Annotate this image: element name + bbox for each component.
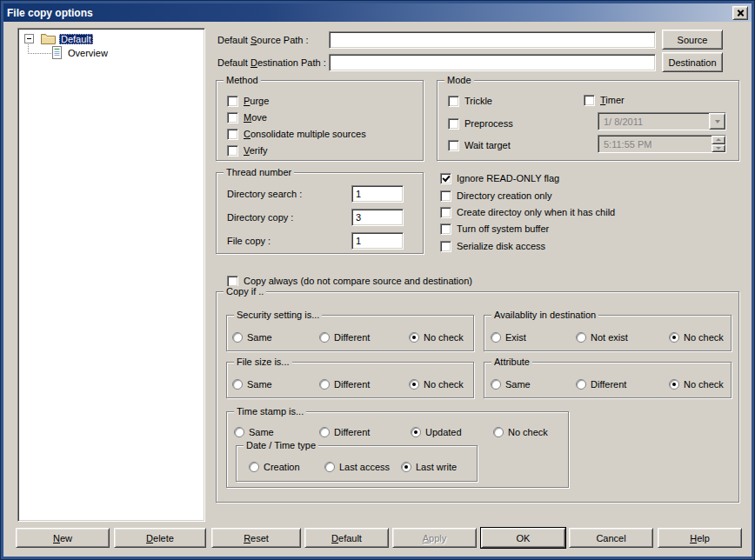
titlebar[interactable]: File copy options	[3, 3, 752, 22]
timer-checkbox-label: Timer	[600, 95, 625, 105]
preprocess-checkbox-label: Preprocess	[464, 118, 513, 129]
serialize-disk-access-checkbox[interactable]: Serialize disk access	[440, 240, 545, 252]
file-size-different-radio-label: Different	[334, 379, 370, 390]
creation-radio-label: Creation	[264, 462, 300, 472]
reset-button[interactable]: Reset	[211, 528, 301, 548]
security-same-radio[interactable]: Same	[232, 331, 272, 343]
timer-date-value: 1/ 8/2011	[604, 117, 643, 127]
last-access-radio-label: Last access	[339, 462, 390, 472]
creation-radio[interactable]: Creation	[249, 461, 300, 473]
new-button[interactable]: New	[16, 528, 110, 548]
spin-up-icon	[712, 136, 725, 144]
ignore-readonly-checkbox[interactable]: Ignore READ-ONLY flag	[440, 172, 559, 184]
help-button[interactable]: Help	[658, 528, 742, 548]
directory-search-label: Directory search :	[227, 189, 302, 199]
tree-item-overview-label: Overview	[68, 48, 108, 58]
date-time-type-group: Date / Time type Creation Last access La…	[236, 445, 478, 482]
tree-item-overview[interactable]: Overview	[51, 46, 108, 59]
trickle-checkbox-label: Trickle	[464, 96, 492, 106]
time-stamp-no-check-radio[interactable]: No check	[493, 426, 548, 438]
preprocess-checkbox[interactable]: Preprocess	[448, 117, 513, 130]
availability-exist-radio-label: Exist	[505, 332, 526, 343]
directory-creation-only-checkbox-label: Directory creation only	[457, 190, 551, 201]
ok-button[interactable]: OK	[481, 528, 565, 548]
copy-if-group: Copy if .. Security setting is... Same D…	[216, 291, 739, 503]
window-title: File copy options	[7, 7, 93, 19]
date-time-type-group-title: Date / Time type	[244, 440, 318, 451]
security-setting-group: Security setting is... Same Different No…	[226, 315, 474, 351]
security-different-radio-label: Different	[334, 332, 370, 343]
time-stamp-updated-radio[interactable]: Updated	[411, 426, 462, 438]
chevron-down-icon	[709, 113, 725, 130]
tree-connector-line	[28, 43, 51, 54]
method-group-title: Method	[224, 75, 261, 86]
destination-path-label: Default Destination Path :	[217, 57, 326, 68]
availability-exist-radio[interactable]: Exist	[491, 331, 526, 343]
delete-button[interactable]: Delete	[114, 528, 206, 548]
thread-number-group: Thread number Directory search : Directo…	[216, 172, 424, 254]
last-write-radio[interactable]: Last write	[401, 461, 457, 473]
time-stamp-same-radio-label: Same	[249, 427, 274, 437]
method-group: Method Purge Move Consolidate multiple s…	[216, 80, 424, 161]
turn-off-system-buffer-checkbox[interactable]: Turn off system buffer	[440, 223, 549, 235]
mode-group-title: Mode	[444, 75, 474, 86]
spinner-up-down-icon	[712, 136, 725, 152]
file-copy-input[interactable]	[351, 232, 404, 250]
thread-number-group-title: Thread number	[224, 167, 294, 178]
availability-group-title: Availablity in destination	[491, 310, 598, 321]
ignore-readonly-checkbox-label: Ignore READ-ONLY flag	[457, 173, 559, 183]
availability-no-check-radio[interactable]: No check	[669, 331, 724, 343]
attribute-no-check-radio-label: No check	[684, 379, 724, 390]
attribute-group-title: Attribute	[491, 357, 532, 368]
wait-target-checkbox[interactable]: Wait target	[448, 139, 511, 151]
create-directory-child-checkbox[interactable]: Create directoy only when it has child	[440, 206, 615, 218]
time-stamp-group-title: Time stamp is...	[234, 406, 306, 417]
time-stamp-different-radio[interactable]: Different	[319, 426, 370, 438]
attribute-different-radio[interactable]: Different	[576, 378, 626, 390]
copy-always-checkbox[interactable]: Copy always (do not compare source and d…	[227, 275, 472, 287]
file-size-group-title: File size is...	[234, 357, 292, 368]
destination-path-input[interactable]	[329, 54, 656, 71]
create-directory-child-checkbox-label: Create directoy only when it has child	[457, 207, 615, 217]
attribute-same-radio[interactable]: Same	[491, 378, 531, 390]
serialize-disk-access-checkbox-label: Serialize disk access	[457, 241, 545, 251]
file-size-same-radio-label: Same	[247, 379, 272, 390]
copy-always-checkbox-label: Copy always (do not compare source and d…	[244, 276, 472, 286]
time-stamp-updated-radio-label: Updated	[425, 427, 462, 437]
file-size-same-radio[interactable]: Same	[232, 378, 272, 390]
file-size-different-radio[interactable]: Different	[319, 378, 370, 390]
verify-checkbox[interactable]: Verify	[227, 144, 268, 157]
time-stamp-different-radio-label: Different	[334, 427, 370, 437]
security-no-check-radio[interactable]: No check	[409, 331, 464, 343]
source-path-label: Default Source Path :	[217, 35, 309, 45]
timer-checkbox[interactable]: Timer	[584, 94, 625, 106]
attribute-no-check-radio[interactable]: No check	[669, 378, 724, 390]
trickle-checkbox[interactable]: Trickle	[448, 95, 492, 107]
consolidate-checkbox[interactable]: Consolidate multiple sources	[227, 128, 366, 140]
timer-time-spinner: 5:11:55 PM	[598, 135, 726, 153]
source-button[interactable]: Source	[662, 30, 723, 50]
cancel-button[interactable]: Cancel	[569, 528, 653, 548]
apply-button: Apply	[392, 528, 477, 548]
time-stamp-group: Time stamp is... Same Different Updated …	[226, 411, 569, 488]
move-checkbox[interactable]: Move	[227, 111, 267, 123]
time-stamp-same-radio[interactable]: Same	[234, 426, 274, 438]
file-size-no-check-radio[interactable]: No check	[409, 378, 464, 390]
directory-creation-only-checkbox[interactable]: Directory creation only	[440, 190, 551, 202]
availability-not-exist-radio[interactable]: Not exist	[576, 331, 628, 343]
availability-group: Availablity in destination Exist Not exi…	[484, 315, 732, 351]
source-path-input[interactable]	[329, 31, 656, 49]
purge-checkbox[interactable]: Purge	[227, 95, 269, 107]
last-access-radio[interactable]: Last access	[324, 461, 390, 473]
directory-copy-input[interactable]	[351, 209, 404, 226]
last-write-radio-label: Last write	[416, 462, 457, 472]
verify-checkbox-label: Verify	[244, 145, 268, 156]
tree-item-default-label: Default	[59, 34, 93, 44]
directory-search-input[interactable]	[351, 185, 404, 203]
destination-button[interactable]: Destination	[662, 52, 723, 72]
time-stamp-no-check-radio-label: No check	[508, 427, 548, 437]
close-button[interactable]	[732, 6, 748, 20]
default-button[interactable]: Default	[304, 528, 389, 548]
file-size-no-check-radio-label: No check	[424, 379, 464, 390]
security-different-radio[interactable]: Different	[319, 331, 370, 343]
